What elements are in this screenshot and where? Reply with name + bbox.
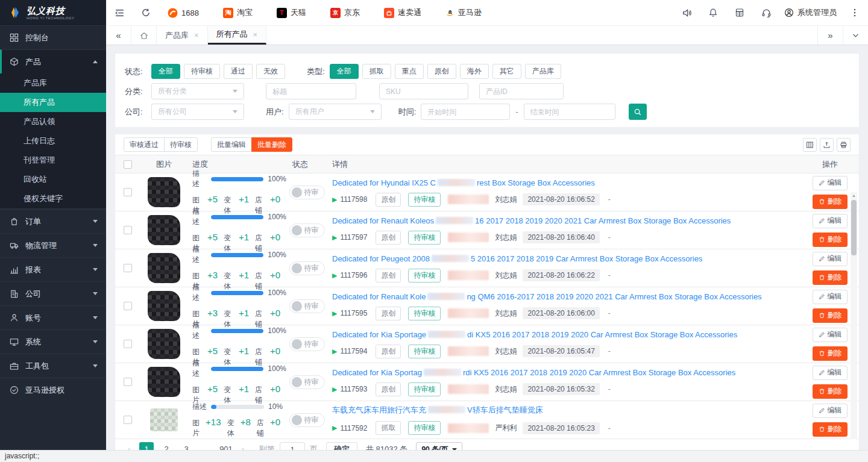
sidebar-item-dashboard[interactable]: 控制台 (0, 25, 106, 49)
sidebar-item-reports[interactable]: 报表 (0, 257, 106, 281)
home-tab[interactable] (131, 26, 157, 45)
delete-button[interactable]: 删除 (813, 270, 848, 285)
marketplace-taobao[interactable]: 淘 淘宝 (223, 7, 253, 18)
sidebar-item-amazon-auth[interactable]: 亚马逊授权 (0, 378, 106, 402)
sidebar-item-company[interactable]: 公司 (0, 281, 106, 305)
type-filter-library[interactable]: 产品库 (525, 64, 561, 79)
product-photo[interactable] (146, 214, 181, 246)
product-photo[interactable] (146, 290, 181, 322)
product-title-link[interactable]: 车载充气床车用旅行汽车充V轿车后排气垫睡觉床 (332, 405, 801, 416)
product-photo[interactable] (146, 252, 181, 284)
page-number[interactable]: 1 (139, 442, 154, 450)
edit-button[interactable]: 编辑 (813, 366, 848, 380)
edit-button[interactable]: 编辑 (813, 252, 848, 266)
status-filter-invalid[interactable]: 无效 (256, 64, 285, 79)
sidebar-item-orders[interactable]: 订单 (0, 209, 106, 233)
page-number[interactable]: 901 (219, 442, 233, 450)
delete-button[interactable]: 删除 (813, 346, 848, 361)
edit-button[interactable]: 编辑 (813, 328, 848, 342)
prev-page-icon[interactable]: ‹ (125, 445, 133, 450)
product-title-link[interactable]: Dedicated for Renault Koleos16 2017 2018… (332, 216, 801, 225)
status-filter-pending[interactable]: 待审核 (184, 64, 220, 79)
scroll-up-icon[interactable]: ▲ (851, 192, 857, 199)
product-photo[interactable] (146, 328, 181, 360)
search-button[interactable] (629, 104, 647, 120)
row-checkbox[interactable] (124, 340, 132, 348)
column-settings-icon[interactable] (803, 138, 817, 152)
sidebar-item-products[interactable]: 产品 (0, 49, 106, 73)
product-photo[interactable] (146, 404, 181, 436)
export-icon[interactable] (820, 138, 834, 152)
marketplace-tmall[interactable]: T 天猫 (277, 7, 306, 18)
page-size-select[interactable]: 90 条/页 (416, 442, 462, 451)
type-filter-overseas[interactable]: 海外 (460, 64, 489, 79)
sidebar-item-product-library[interactable]: 产品库 (0, 73, 106, 93)
headset-support-icon[interactable] (753, 0, 779, 25)
play-icon[interactable]: ▶ (332, 386, 337, 393)
product-title-link[interactable]: Dedicated for Peugeot 20085 2016 2017 20… (332, 254, 801, 263)
company-select[interactable]: 所有公司 (151, 104, 244, 120)
sidebar-item-listing-manage[interactable]: 刊登管理 (0, 151, 106, 170)
sidebar-item-accounts[interactable]: 账号 (0, 305, 106, 329)
delete-button[interactable]: 删除 (813, 233, 848, 247)
product-photo[interactable] (146, 176, 181, 208)
refresh-icon[interactable] (133, 0, 159, 25)
sidebar-item-system[interactable]: 系统 (0, 329, 106, 354)
scrollbar-thumb[interactable] (851, 200, 857, 255)
play-icon[interactable]: ▶ (332, 272, 337, 279)
marketplace-1688[interactable]: 1688 (168, 8, 199, 18)
status-filter-approved[interactable]: 通过 (224, 64, 253, 79)
row-checkbox[interactable] (124, 378, 132, 386)
row-checkbox[interactable] (124, 188, 132, 196)
confirm-button[interactable]: 确定 (326, 442, 357, 451)
type-filter-original[interactable]: 原创 (427, 64, 456, 79)
table-scrollbar[interactable]: ▲ (851, 192, 857, 439)
delete-button[interactable]: 删除 (813, 308, 848, 323)
sidebar-item-all-products[interactable]: 所有产品 (0, 93, 106, 112)
user-menu[interactable]: 系统管理员 (784, 7, 837, 18)
start-time-input[interactable] (421, 104, 510, 120)
goto-page-input[interactable] (280, 442, 305, 450)
set-pending-button[interactable]: 待审核 (164, 137, 198, 152)
tabs-scroll-right-icon[interactable]: » (817, 26, 843, 45)
type-filter-scraped[interactable]: 抓取 (362, 64, 391, 79)
print-icon[interactable] (837, 138, 851, 152)
play-icon[interactable]: ▶ (332, 196, 337, 204)
approve-button[interactable]: 审核通过 (124, 137, 165, 152)
notification-bell-icon[interactable] (700, 0, 726, 25)
sidebar-item-upload-log[interactable]: 上传日志 (0, 131, 106, 151)
product-title-link[interactable]: Dedicated for Renault Koleng QM6 2016-20… (332, 292, 801, 301)
category-select[interactable]: 所有分类 (151, 83, 244, 99)
tabs-menu-icon[interactable] (843, 26, 868, 45)
row-checkbox[interactable] (124, 302, 132, 310)
more-vertical-icon[interactable] (841, 0, 868, 25)
user-select[interactable]: 所有用户 (289, 104, 382, 120)
close-icon[interactable]: × (194, 31, 199, 40)
type-filter-other[interactable]: 其它 (492, 64, 521, 79)
delete-button[interactable]: 删除 (813, 384, 848, 399)
product-title-link[interactable]: Dedicated for Kia Sportagedi KX5 2016 20… (332, 330, 801, 339)
apps-grid-icon[interactable] (726, 0, 753, 25)
status-filter-all[interactable]: 全部 (151, 64, 180, 79)
title-input[interactable] (266, 83, 356, 99)
page-number[interactable]: 2 (159, 442, 174, 450)
product-photo[interactable] (146, 366, 181, 398)
type-filter-all[interactable]: 全部 (330, 64, 359, 79)
delete-button[interactable]: 删除 (813, 422, 848, 437)
type-filter-key[interactable]: 重点 (395, 64, 424, 79)
sidebar-item-product-claim[interactable]: 产品认领 (0, 112, 106, 131)
delete-button[interactable]: 删除 (813, 195, 848, 209)
tab-all-products[interactable]: 所有产品 × (208, 26, 267, 45)
sidebar-item-recycle-bin[interactable]: 回收站 (0, 170, 106, 189)
product-title-link[interactable]: Dedicated for Hyundai IX25 Crest Box Sto… (332, 178, 801, 187)
tab-product-library[interactable]: 产品库 × (157, 26, 208, 45)
product-id-input[interactable] (479, 83, 564, 99)
menu-fold-icon[interactable] (106, 0, 133, 25)
row-checkbox[interactable] (124, 264, 132, 272)
edit-button[interactable]: 编辑 (813, 176, 848, 190)
end-time-input[interactable] (524, 104, 615, 120)
batch-delete-button[interactable]: 批量删除 (251, 137, 292, 152)
row-checkbox[interactable] (124, 226, 132, 234)
sku-input[interactable] (379, 83, 468, 99)
sidebar-item-logistics[interactable]: 物流管理 (0, 233, 106, 257)
